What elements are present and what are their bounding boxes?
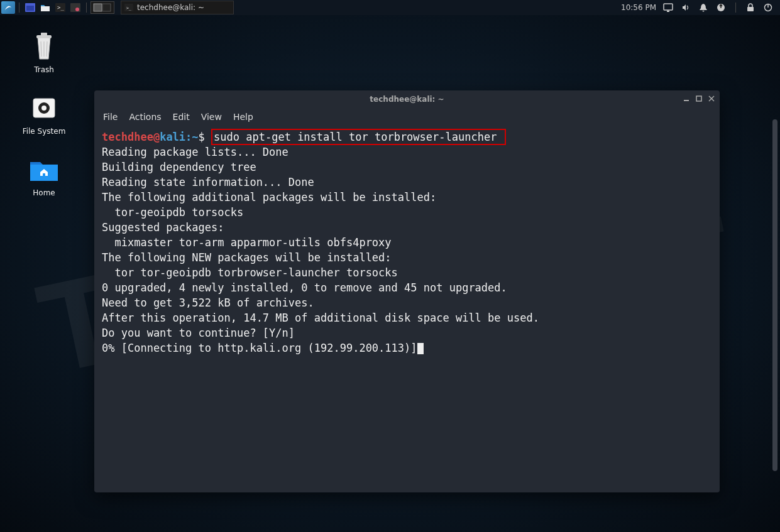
notification-bell-icon[interactable] bbox=[698, 2, 709, 13]
titlebar[interactable]: techdhee@kali: ~ bbox=[94, 90, 720, 108]
power-status-icon[interactable] bbox=[715, 2, 727, 13]
output-line: mixmaster tor-arm apparmor-utils obfs4pr… bbox=[102, 236, 392, 249]
prompt-host: kali bbox=[160, 131, 185, 143]
output-line: Do you want to continue? [Y/n] bbox=[102, 327, 295, 339]
svg-rect-3 bbox=[26, 6, 34, 11]
terminal-scrollbar[interactable] bbox=[772, 119, 777, 471]
prompt-user: techdhee bbox=[102, 131, 153, 143]
taskbar-app-title: techdhee@kali: ~ bbox=[137, 3, 204, 12]
svg-rect-16 bbox=[747, 7, 754, 11]
svg-rect-13 bbox=[664, 4, 673, 10]
svg-rect-10 bbox=[102, 4, 111, 11]
svg-rect-7 bbox=[70, 3, 80, 12]
volume-icon[interactable] bbox=[680, 2, 691, 13]
kali-tool-icon[interactable] bbox=[69, 1, 82, 14]
desktop-icon-label: File System bbox=[23, 127, 66, 136]
kali-menu-icon[interactable] bbox=[1, 1, 15, 14]
menu-edit[interactable]: Edit bbox=[173, 112, 190, 122]
menu-actions[interactable]: Actions bbox=[129, 112, 161, 122]
output-line: tor tor-geoipdb torbrowser-launcher tors… bbox=[102, 266, 398, 279]
desktop-icon-filesystem[interactable]: File System bbox=[19, 93, 69, 136]
terminal-window: techdhee@kali: ~ File Actions Edit View … bbox=[94, 90, 720, 492]
svg-rect-28 bbox=[696, 96, 701, 101]
output-line: tor-geoipdb torsocks bbox=[102, 206, 243, 219]
taskbar-divider-2 bbox=[86, 3, 87, 13]
prompt-path: ~ bbox=[192, 131, 198, 143]
command-text: sudo apt-get install tor torbrowser-laun… bbox=[214, 131, 497, 143]
terminal-launcher-icon[interactable]: >_ bbox=[53, 1, 67, 14]
desktop-icon-label: Home bbox=[33, 188, 55, 197]
terminal-body[interactable]: techdhee@kali:~$ sudo apt-get install to… bbox=[94, 126, 720, 492]
taskbar-divider-3 bbox=[735, 3, 736, 13]
desktop-icons: Trash File System Home bbox=[19, 31, 69, 197]
maximize-button[interactable] bbox=[695, 94, 703, 103]
menubar: File Actions Edit View Help bbox=[94, 108, 720, 126]
output-line: Need to get 3,522 kB of archives. bbox=[102, 296, 314, 309]
window-list-icon[interactable] bbox=[23, 1, 37, 14]
svg-text:>_: >_ bbox=[126, 6, 132, 11]
filesystem-icon bbox=[29, 93, 59, 123]
output-line: Reading state information... Done bbox=[102, 176, 314, 188]
window-controls bbox=[682, 94, 716, 103]
desktop-icon-home[interactable]: Home bbox=[19, 155, 69, 197]
taskbar: >_ >_ techdhee@kali: ~ 10:56 PM bbox=[0, 0, 780, 15]
svg-point-8 bbox=[75, 8, 79, 11]
taskbar-right: 10:56 PM bbox=[621, 2, 780, 13]
taskbar-divider bbox=[19, 3, 19, 13]
svg-rect-4 bbox=[41, 6, 50, 11]
power-menu-icon[interactable] bbox=[762, 2, 774, 13]
menu-view[interactable]: View bbox=[201, 112, 222, 122]
svg-rect-14 bbox=[667, 11, 669, 12]
menu-help[interactable]: Help bbox=[233, 112, 253, 122]
output-line: Suggested packages: bbox=[102, 221, 224, 234]
prompt-symbol: $ bbox=[199, 131, 211, 143]
output-line: 0 upgraded, 4 newly installed, 0 to remo… bbox=[102, 281, 507, 294]
svg-point-26 bbox=[41, 106, 47, 111]
terminal-cursor bbox=[417, 343, 424, 354]
output-line: After this operation, 14.7 MB of additio… bbox=[102, 312, 539, 324]
clock[interactable]: 10:56 PM bbox=[621, 3, 656, 12]
home-folder-icon bbox=[29, 155, 59, 185]
output-line: The following NEW packages will be insta… bbox=[102, 251, 392, 264]
output-line: The following additional packages will b… bbox=[102, 191, 436, 204]
taskbar-left: >_ >_ techdhee@kali: ~ bbox=[0, 1, 234, 14]
menu-file[interactable]: File bbox=[103, 112, 118, 122]
window-title: techdhee@kali: ~ bbox=[370, 95, 444, 104]
svg-rect-20 bbox=[41, 33, 47, 36]
workspace-switcher[interactable] bbox=[91, 1, 114, 14]
close-button[interactable] bbox=[707, 94, 716, 103]
lock-icon[interactable] bbox=[745, 2, 756, 13]
minimize-button[interactable] bbox=[682, 94, 691, 103]
display-icon[interactable] bbox=[662, 2, 674, 13]
files-icon[interactable] bbox=[38, 1, 52, 14]
svg-rect-9 bbox=[94, 4, 102, 11]
trash-icon bbox=[29, 31, 59, 62]
taskbar-active-app[interactable]: >_ techdhee@kali: ~ bbox=[121, 1, 234, 14]
desktop-icon-trash[interactable]: Trash bbox=[19, 31, 69, 74]
prompt-sep: : bbox=[185, 131, 192, 143]
command-highlight: sudo apt-get install tor torbrowser-laun… bbox=[211, 129, 506, 145]
output-line: Building dependency tree bbox=[102, 161, 256, 173]
output-line: Reading package lists... Done bbox=[102, 146, 288, 158]
terminal-app-icon: >_ bbox=[124, 3, 134, 13]
svg-text:>_: >_ bbox=[57, 4, 64, 11]
prompt-at: @ bbox=[153, 131, 160, 143]
output-line: 0% [Connecting to http.kali.org (192.99.… bbox=[102, 342, 417, 354]
desktop-icon-label: Trash bbox=[34, 65, 54, 74]
